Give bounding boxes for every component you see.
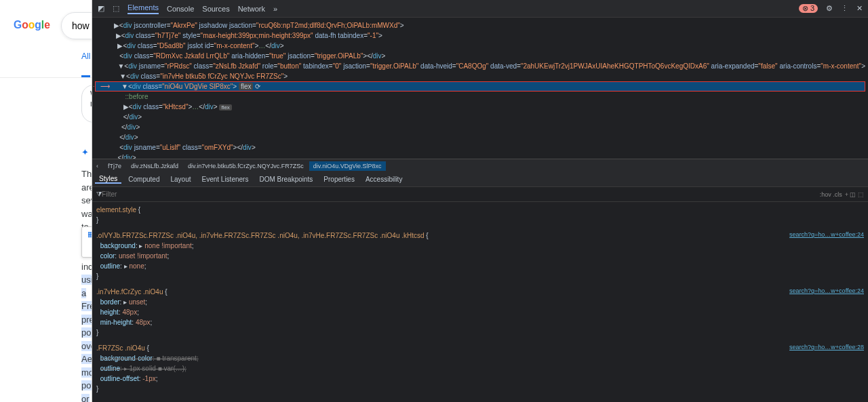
google-logo[interactable]: Google [14, 19, 54, 33]
error-badge[interactable]: ⊗ 3 [799, 4, 818, 13]
more-icon[interactable]: ⋮ [841, 4, 848, 13]
styles-tabs: Styles Computed Layout Event Listeners D… [92, 172, 868, 187]
stab[interactable]: DOM Breakpoints [255, 176, 317, 183]
gear-icon[interactable]: ⚙ [826, 4, 833, 13]
dt-tab-elements[interactable]: Elements [127, 3, 159, 14]
stab-styles[interactable]: Styles [95, 175, 121, 184]
inspect-tooltip: ▦ div.niO4u.VDgVie.SlP8xc 630 × 48 [81, 226, 92, 258]
plus-icon[interactable]: + ◫ ⬚ [845, 191, 864, 198]
stab[interactable]: Layout [166, 176, 195, 183]
filter-chips: Without machine In a coffee maker In a F… [0, 78, 92, 129]
device-icon[interactable]: ⬚ [113, 4, 119, 13]
dt-tab-network[interactable]: Network [238, 5, 265, 13]
styles-pane[interactable]: element.style {} search?q=ho…w+coffee:24… [92, 202, 868, 402]
chip[interactable]: Without machine [81, 85, 92, 123]
search-tabs: All Videos Images Shopping Forums Web Ne… [0, 45, 92, 78]
filter-input[interactable] [102, 190, 817, 198]
dt-tab-console[interactable]: Console [167, 5, 194, 13]
tab-all[interactable]: All [81, 45, 90, 77]
dt-tab-sources[interactable]: Sources [202, 5, 229, 13]
filter-icon: ⧩ [96, 190, 102, 199]
inspect-icon[interactable]: ◩ [98, 4, 104, 13]
chevron-icon[interactable]: » [273, 5, 277, 13]
stab[interactable]: Accessibility [361, 176, 406, 183]
close-icon[interactable]: ✕ [856, 4, 863, 13]
hov-toggle[interactable]: :hov .cls [820, 191, 842, 198]
dom-tree[interactable]: ▶<div jscontroller="AkrxPe" jsshadow jsa… [92, 18, 868, 159]
sparkle-icon: ✦ [81, 147, 89, 157]
devtools-tabs: ◩ ⬚ Elements Console Sources Network » ⊗… [92, 0, 868, 18]
search-input[interactable] [72, 20, 92, 31]
stab[interactable]: Properties [319, 176, 359, 183]
breadcrumb[interactable]: ‹ fTj7e div.zNsLfb.Jzkafd div.in7vHe.btk… [92, 159, 868, 172]
stab[interactable]: Computed [124, 176, 163, 183]
search-box[interactable]: ✕ [61, 12, 92, 39]
devtools-panel: ◩ ⬚ Elements Console Sources Network » ⊗… [92, 0, 868, 402]
svg-text:Google: Google [14, 20, 50, 31]
stab[interactable]: Event Listeners [197, 176, 252, 183]
